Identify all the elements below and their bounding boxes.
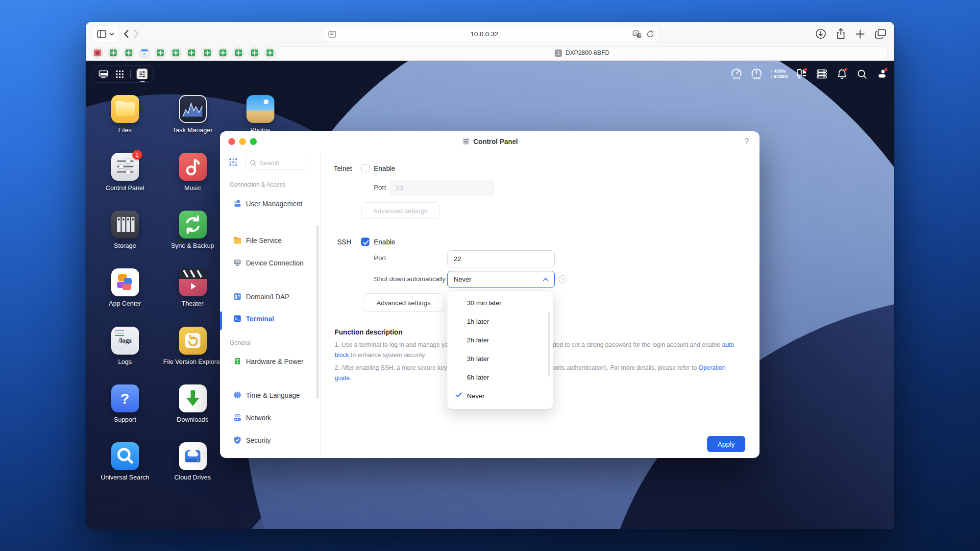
address-bar[interactable]: 10.0.0.32 A文 — [323, 26, 659, 42]
favorite-sheet-icon[interactable] — [248, 47, 260, 59]
sidebar-item-indexing-service[interactable]: Indexing Service — [220, 456, 320, 458]
desktop-icon-cloud-drives[interactable]: Cloud Drives — [163, 442, 222, 481]
network-speed[interactable]: ↑ 42B/s ↓ 672B/s — [770, 69, 788, 79]
favorite-sheet-icon[interactable] — [201, 47, 213, 59]
browser-toolbar: 10.0.0.32 A文 — [86, 22, 894, 46]
desktop-show-button[interactable] — [98, 68, 109, 80]
ram-gauge-icon: RAM — [750, 68, 763, 80]
reload-icon[interactable] — [646, 30, 654, 38]
sidebar-item-time-language[interactable]: Time & Language — [220, 390, 320, 403]
search-button[interactable] — [856, 68, 868, 80]
favorite-sheet-icon[interactable] — [154, 47, 166, 59]
desktop-icon-universal-search[interactable]: Universal Search — [96, 442, 154, 481]
favorite-sheet-icon[interactable] — [233, 47, 245, 59]
sidebar-item-domain-ldap[interactable]: Domain/LDAP — [220, 291, 320, 304]
all-settings-grid-button[interactable] — [228, 157, 239, 168]
ssh-port-label: Port — [374, 254, 386, 262]
sidebar-item-hardware-power[interactable]: Hardware & Power — [220, 356, 320, 382]
shutdown-select[interactable]: Never — [447, 271, 555, 288]
notifications-button[interactable] — [835, 68, 848, 80]
back-button[interactable] — [123, 29, 129, 38]
widgets-button[interactable] — [795, 68, 808, 80]
ram-monitor-button[interactable]: RAM — [750, 68, 763, 80]
favorite-calendar-icon[interactable]: 31 — [139, 47, 150, 59]
desktop-icon-files[interactable]: Files — [96, 95, 154, 134]
telnet-port-label: Port — [374, 184, 386, 191]
bookmarks-bar: 31 1 DXP2800-6BFD — [86, 46, 894, 61]
desktop-icon-storage[interactable]: Storage — [96, 211, 154, 249]
desktop-icon-app-center[interactable]: App Center — [96, 268, 154, 307]
minimize-button[interactable] — [239, 138, 246, 145]
sidebar-search[interactable] — [245, 156, 307, 169]
favorite-sheet-icon[interactable] — [170, 47, 182, 59]
sync-backup-icon — [179, 211, 207, 239]
ssh-port-input[interactable] — [447, 250, 555, 267]
telnet-enable-checkbox[interactable] — [361, 164, 369, 172]
desktop-icon-music[interactable]: Music — [163, 153, 222, 192]
function-description-title: Function description — [335, 328, 402, 336]
dropdown-option[interactable]: 2h later — [447, 331, 553, 349]
control-panel-title-icon — [462, 137, 470, 145]
app-launcher-button[interactable] — [114, 68, 125, 80]
share-button[interactable] — [836, 28, 846, 40]
zoom-button[interactable] — [250, 138, 257, 145]
desktop-icon-photos[interactable]: Photos — [231, 95, 290, 134]
dropdown-option-selected[interactable]: Never — [447, 386, 553, 405]
nas-taskbar-right: CPU RAM ↑ 42B/s ↓ 672B/s — [730, 64, 888, 84]
background-tasks-button[interactable] — [815, 68, 828, 80]
dropdown-scrollbar[interactable] — [548, 312, 550, 377]
favorite-sheet-icon[interactable] — [186, 47, 197, 59]
window-title: Control Panel — [462, 137, 518, 145]
dropdown-option[interactable]: 3h later — [447, 349, 553, 368]
forward-button[interactable] — [134, 29, 139, 38]
page-settings-icon[interactable] — [328, 31, 336, 38]
tab-overview-button[interactable] — [875, 28, 886, 39]
sidebar-item-network[interactable]: Network — [220, 412, 320, 425]
desktop-icon-task-manager[interactable]: Task Manager — [163, 95, 222, 134]
desktop-icon-theater[interactable]: Theater — [163, 268, 222, 307]
favorite-sheet-icon[interactable] — [264, 47, 276, 59]
downloads-button[interactable] — [815, 28, 826, 39]
sidebar-item-device-connection[interactable]: Device Connection — [220, 258, 320, 283]
universal-search-icon — [111, 442, 139, 470]
favorite-sheet-icon[interactable] — [107, 47, 119, 59]
window-help-button[interactable]: ? — [740, 135, 753, 148]
user-menu-button[interactable] — [876, 68, 888, 80]
dropdown-option[interactable]: 6h later — [447, 368, 553, 386]
dropdown-option[interactable]: 1h later — [447, 312, 553, 331]
sidebar-toggle-button[interactable] — [93, 26, 119, 42]
cpu-monitor-button[interactable]: CPU — [730, 68, 743, 80]
favorite-photos-icon[interactable] — [92, 47, 103, 59]
ssh-enable-checkbox[interactable] — [361, 238, 369, 246]
favorite-sheet-icon[interactable] — [123, 47, 135, 59]
download-speed: ↓ 672B/s — [770, 74, 788, 79]
sidebar-item-terminal[interactable]: Terminal — [220, 313, 320, 326]
desktop-icon-downloads[interactable]: Downloads — [163, 384, 222, 423]
sidebar-scrollbar[interactable] — [317, 225, 318, 399]
apply-button[interactable]: Apply — [707, 436, 745, 452]
favorite-sheet-icon[interactable] — [217, 47, 229, 59]
desktop-icon-control-panel[interactable]: 1 Control Panel — [96, 153, 154, 192]
new-tab-button[interactable] — [856, 29, 865, 39]
desktop-icon-sync-backup[interactable]: Sync & Backup — [163, 211, 222, 249]
telnet-advanced-settings-button[interactable]: Advanced settings — [361, 202, 440, 219]
desktop-icon-support[interactable]: ? Support — [96, 384, 154, 423]
notification-dot — [844, 68, 848, 72]
shutdown-help-icon[interactable]: ? — [559, 275, 567, 284]
search-icon — [857, 69, 867, 79]
desktop-icon-logs[interactable]: /logs Logs — [96, 327, 154, 365]
ssh-advanced-settings-button[interactable]: Advanced settings — [364, 293, 443, 312]
translate-icon[interactable]: A文 — [633, 30, 642, 38]
running-app-control-panel[interactable] — [136, 68, 148, 80]
sidebar-item-file-service[interactable]: File Service — [220, 235, 320, 248]
telnet-port-input[interactable] — [390, 180, 494, 195]
dropdown-option[interactable]: 30 min later — [447, 293, 553, 312]
sidebar-item-user-management[interactable]: User Management — [220, 198, 320, 224]
search-input[interactable] — [259, 159, 299, 167]
close-button[interactable] — [228, 138, 235, 145]
sidebar-item-security[interactable]: Security — [220, 435, 320, 448]
telnet-section-label: Telnet — [334, 165, 352, 172]
active-tab[interactable]: 1 DXP2800-6BFD — [277, 47, 887, 59]
desktop-icon-file-version-explorer[interactable]: File Version Explorer — [163, 327, 222, 365]
check-icon — [455, 392, 462, 398]
